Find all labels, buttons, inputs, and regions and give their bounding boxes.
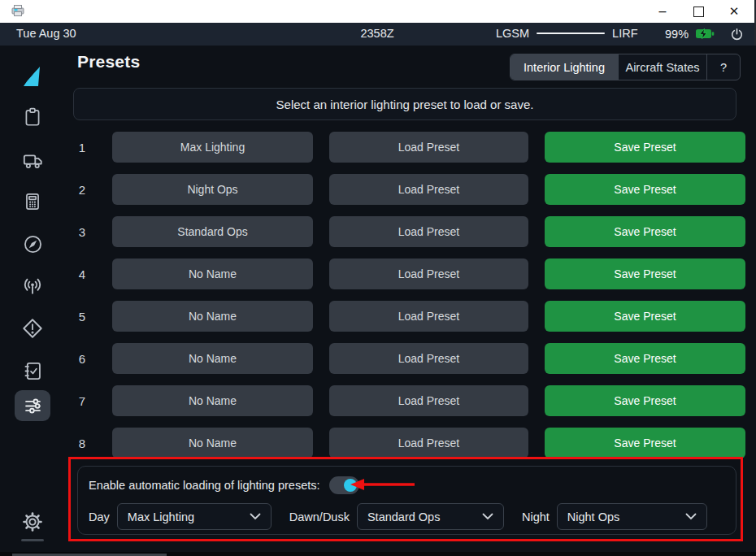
power-button[interactable]	[727, 25, 746, 43]
sidebar-item-alerts[interactable]	[0, 312, 65, 345]
preset-row: 2 Night Ops Load Preset Save Preset	[68, 174, 740, 205]
load-preset-button[interactable]: Load Preset	[329, 258, 528, 289]
preset-number: 2	[68, 183, 96, 197]
help-button[interactable]: ?	[706, 54, 740, 80]
preset-name-button[interactable]: No Name	[112, 385, 313, 416]
antenna-icon	[21, 275, 44, 298]
status-date: Tue Aug 30	[16, 27, 76, 40]
preset-name-button[interactable]: Night Ops	[112, 174, 313, 205]
save-preset-button[interactable]: Save Preset	[545, 132, 745, 163]
chevron-down-icon	[685, 513, 697, 520]
power-icon	[729, 27, 745, 42]
maximize-button[interactable]	[686, 0, 710, 23]
auto-load-dropdown-row: Day Max Lighting Dawn/Dusk Standard Ops …	[89, 503, 707, 530]
flight-route: LGSM LIRF	[496, 27, 638, 40]
warning-diamond-icon	[21, 317, 44, 340]
sidebar-item-vehicle[interactable]	[0, 143, 65, 176]
preset-number: 5	[68, 310, 96, 324]
sidebar-item-checklist[interactable]	[0, 354, 65, 387]
preset-name-button[interactable]: Standard Ops	[112, 216, 313, 247]
tab-group: Interior Lighting Aircraft States ?	[510, 54, 741, 80]
status-bar: Tue Aug 30 2358Z LGSM LIRF 99%	[0, 23, 756, 46]
maximize-icon	[693, 7, 704, 17]
night-preset-value: Night Ops	[567, 510, 619, 523]
preset-number: 1	[68, 141, 96, 154]
gear-icon	[21, 510, 44, 533]
chevron-down-icon	[482, 513, 493, 520]
auto-load-panel: Enable automatic loading of lighting pre…	[77, 466, 736, 535]
preset-name-button[interactable]: No Name	[112, 343, 313, 374]
sidebar-item-calculator[interactable]	[0, 185, 65, 218]
save-preset-button[interactable]: Save Preset	[545, 216, 745, 247]
preset-number: 3	[68, 225, 96, 239]
load-preset-button[interactable]: Load Preset	[329, 216, 528, 247]
load-preset-button[interactable]: Load Preset	[329, 301, 528, 332]
sidebar-logo	[0, 60, 65, 93]
route-origin: LGSM	[496, 27, 529, 40]
app-window-icon	[11, 4, 25, 17]
window-title-bar: – ✕	[0, 0, 756, 23]
preset-number: 4	[68, 267, 96, 281]
truck-icon	[22, 149, 44, 171]
info-banner: Select an interior lighting preset to lo…	[73, 88, 736, 120]
dawn-dusk-preset-select[interactable]: Standard Ops	[357, 503, 504, 530]
preset-row: 3 Standard Ops Load Preset Save Preset	[68, 216, 740, 247]
annotation-highlight-box: Enable automatic loading of lighting pre…	[68, 457, 743, 541]
load-preset-button[interactable]: Load Preset	[329, 343, 528, 374]
preset-name-button[interactable]: No Name	[112, 301, 313, 332]
tab-interior-lighting[interactable]: Interior Lighting	[511, 54, 618, 80]
auto-load-label: Enable automatic loading of lighting pre…	[89, 479, 320, 492]
annotation-arrow	[350, 477, 416, 492]
status-time-zulu: 2358Z	[360, 27, 393, 40]
sidebar-item-presets-active[interactable]	[15, 390, 50, 421]
load-preset-button[interactable]: Load Preset	[329, 385, 528, 416]
preset-name-button[interactable]: Max Lighting	[112, 132, 313, 163]
save-preset-button[interactable]: Save Preset	[545, 385, 745, 416]
auto-load-toggle-row: Enable automatic loading of lighting pre…	[89, 476, 359, 494]
save-preset-button[interactable]: Save Preset	[545, 174, 745, 205]
preset-row: 1 Max Lighting Load Preset Save Preset	[68, 132, 740, 163]
night-preset-select[interactable]: Night Ops	[557, 503, 707, 530]
sidebar-divider	[21, 539, 44, 541]
sliders-icon	[22, 395, 44, 417]
battery-charging-icon	[695, 27, 715, 41]
night-label: Night	[522, 510, 550, 523]
battery-status: 99%	[665, 27, 715, 41]
load-preset-button[interactable]: Load Preset	[329, 132, 528, 163]
preset-name-button[interactable]: No Name	[112, 428, 313, 458]
day-preset-value: Max Lighting	[128, 510, 194, 523]
preset-number: 7	[68, 394, 96, 408]
preset-number: 8	[68, 437, 96, 450]
close-button[interactable]: ✕	[722, 0, 746, 23]
preset-row: 5 No Name Load Preset Save Preset	[68, 301, 740, 332]
save-preset-button[interactable]: Save Preset	[545, 428, 745, 458]
route-progress-line	[537, 33, 605, 35]
preset-rows: 1 Max Lighting Load Preset Save Preset 2…	[68, 132, 740, 470]
chevron-down-icon	[250, 513, 261, 520]
cabin-management-app: – ✕ Tue Aug 30 2358Z LGSM LIRF 99%	[0, 0, 756, 556]
sidebar-item-compass[interactable]	[0, 228, 65, 260]
battery-percent: 99%	[665, 28, 689, 41]
sidebar-item-broadcast[interactable]	[0, 270, 65, 302]
load-preset-button[interactable]: Load Preset	[329, 428, 528, 458]
sidebar-item-clipboard[interactable]	[0, 101, 65, 133]
calculator-icon	[22, 191, 43, 212]
day-preset-select[interactable]: Max Lighting	[117, 503, 272, 530]
dawn-dusk-preset-value: Standard Ops	[367, 510, 440, 523]
sidebar-item-settings[interactable]	[0, 506, 65, 538]
preset-row: 4 No Name Load Preset Save Preset	[68, 258, 740, 289]
window-bottom-edge	[0, 552, 756, 556]
compass-icon	[22, 233, 44, 255]
tab-aircraft-states[interactable]: Aircraft States	[618, 54, 706, 80]
load-preset-button[interactable]: Load Preset	[329, 174, 528, 205]
route-destination: LIRF	[612, 27, 637, 40]
checklist-icon	[22, 360, 44, 382]
preset-row: 6 No Name Load Preset Save Preset	[68, 343, 740, 374]
save-preset-button[interactable]: Save Preset	[545, 301, 745, 332]
preset-name-button[interactable]: No Name	[112, 258, 313, 289]
save-preset-button[interactable]: Save Preset	[545, 258, 745, 289]
preset-row: 7 No Name Load Preset Save Preset	[68, 385, 740, 416]
page-title: Presets	[77, 52, 140, 72]
save-preset-button[interactable]: Save Preset	[545, 343, 745, 374]
minimize-button[interactable]: –	[650, 0, 675, 23]
